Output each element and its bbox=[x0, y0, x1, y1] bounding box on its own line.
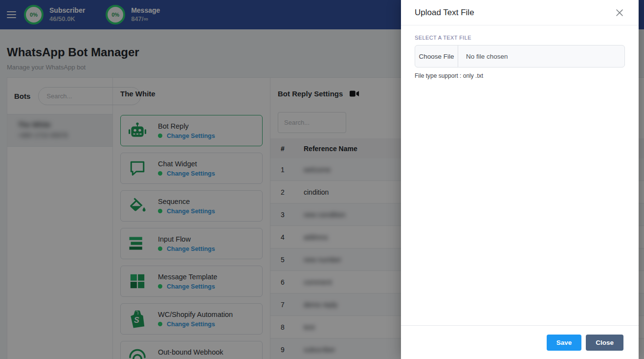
save-button[interactable]: Save bbox=[547, 335, 582, 351]
close-icon[interactable] bbox=[614, 7, 625, 18]
no-file-chosen-text: No file chosen bbox=[458, 45, 508, 67]
file-type-helper-text: File type support : only .txt bbox=[415, 72, 625, 79]
app-root: 0% Subscriber 46/50.0K 0% Message 847/∞ … bbox=[0, 0, 644, 359]
close-button[interactable]: Close bbox=[586, 335, 623, 351]
file-input[interactable]: Choose File No file chosen bbox=[415, 45, 625, 67]
select-file-label: SELECT A TEXT FILE bbox=[415, 35, 625, 41]
upload-text-file-modal: Upload Text File SELECT A TEXT FILE Choo… bbox=[401, 0, 639, 359]
choose-file-button[interactable]: Choose File bbox=[415, 45, 458, 67]
modal-title: Upload Text File bbox=[415, 8, 474, 18]
